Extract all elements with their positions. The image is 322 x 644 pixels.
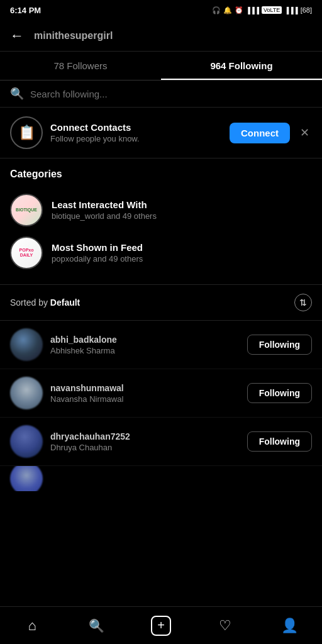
- profile-username: minithesupergirl: [34, 30, 113, 42]
- sort-order-button[interactable]: ⇅: [294, 294, 312, 311]
- user-info: dhryachauhan7252 Dhruya Chauhan: [50, 431, 240, 452]
- following-item: navanshunmawal Navansha Nirmawal Followi…: [0, 369, 322, 418]
- user-display-name: Navansha Nirmawal: [50, 394, 240, 404]
- bell-icon: 🔔: [223, 6, 232, 14]
- categories-section: Categories BIOTIQUE Least Interacted Wit…: [0, 158, 322, 285]
- following-item: abhi_badkalone Abhishek Sharma Following: [0, 321, 322, 369]
- close-connect-button[interactable]: ✕: [297, 123, 312, 142]
- connect-title: Connect Contacts: [50, 122, 222, 133]
- back-button[interactable]: ←: [10, 28, 24, 44]
- nav-profile[interactable]: 👤: [258, 607, 322, 644]
- user-handle: navanshunmawal: [50, 383, 240, 393]
- following-button[interactable]: Following: [247, 335, 312, 355]
- connect-button[interactable]: Connect: [230, 123, 290, 143]
- status-bar: 6:14 PM 🎧 🔔 ⏰ ▐▐▐ VoLTE ▐▐▐ [68]: [0, 0, 322, 20]
- user-handle: dhryachauhan7252: [50, 431, 240, 441]
- following-button[interactable]: Following: [247, 383, 312, 403]
- category-info-most: Most Shown in Feed popxodaily and 49 oth…: [52, 242, 312, 264]
- person-card-icon: 📋: [18, 125, 35, 141]
- heart-icon: ♡: [219, 618, 231, 634]
- sorted-by-bar: Sorted by Default ⇅: [0, 285, 322, 321]
- home-icon: ⌂: [28, 618, 36, 634]
- nav-search[interactable]: 🔍: [64, 607, 128, 644]
- header: ← minithesupergirl: [0, 20, 322, 52]
- category-item-least-interacted[interactable]: BIOTIQUE Least Interacted With biotique_…: [10, 189, 312, 231]
- sort-icon: ⇅: [299, 297, 307, 308]
- user-display-name: Dhruya Chauhan: [50, 443, 240, 452]
- category-desc-least: biotique_world and 49 others: [52, 211, 312, 221]
- signal-icon: ▐▐▐: [246, 7, 259, 14]
- category-name-most: Most Shown in Feed: [52, 242, 312, 253]
- category-info-least: Least Interacted With biotique_world and…: [52, 199, 312, 221]
- connect-subtitle: Follow people you know.: [50, 134, 222, 143]
- following-item-partial: [0, 466, 322, 491]
- avatar: [10, 466, 43, 491]
- connect-contacts-banner: 📋 Connect Contacts Follow people you kno…: [0, 108, 322, 158]
- signal-2-icon: ▐▐▐: [284, 7, 297, 14]
- avatar: [10, 377, 43, 409]
- nav-heart[interactable]: ♡: [193, 607, 257, 644]
- add-icon: +: [151, 616, 171, 636]
- network-icon: VoLTE: [262, 6, 282, 14]
- sorted-label: Sorted by Default: [10, 297, 80, 308]
- nav-add[interactable]: +: [129, 607, 193, 644]
- category-avatar-biotique: BIOTIQUE: [10, 194, 43, 226]
- search-icon: 🔍: [10, 87, 24, 101]
- alarm-icon: ⏰: [235, 6, 243, 14]
- following-list: abhi_badkalone Abhishek Sharma Following…: [0, 321, 322, 491]
- bottom-navigation: ⌂ 🔍 + ♡ 👤: [0, 606, 322, 644]
- avatar: [10, 328, 43, 361]
- tab-followers[interactable]: 78 Followers: [0, 52, 161, 80]
- category-item-most-shown[interactable]: POPxoDAILY Most Shown in Feed popxodaily…: [10, 231, 312, 274]
- tab-following[interactable]: 964 Following: [161, 52, 322, 80]
- status-time: 6:14 PM: [10, 6, 41, 15]
- search-input[interactable]: [30, 89, 312, 99]
- nav-home[interactable]: ⌂: [0, 607, 64, 644]
- user-info: navanshunmawal Navansha Nirmawal: [50, 383, 240, 404]
- tabs-bar: 78 Followers 964 Following: [0, 52, 322, 80]
- user-handle: abhi_badkalone: [50, 335, 240, 345]
- battery-icon: [68]: [301, 6, 312, 14]
- category-name-least: Least Interacted With: [52, 199, 312, 210]
- search-nav-icon: 🔍: [89, 618, 104, 633]
- search-bar: 🔍: [0, 80, 322, 108]
- category-avatar-popxo: POPxoDAILY: [10, 236, 43, 269]
- user-display-name: Abhishek Sharma: [50, 346, 240, 355]
- following-button[interactable]: Following: [247, 431, 312, 452]
- avatar: [10, 425, 43, 458]
- connect-text-area: Connect Contacts Follow people you know.: [50, 122, 222, 143]
- user-info: abhi_badkalone Abhishek Sharma: [50, 335, 240, 355]
- headphones-icon: 🎧: [212, 6, 221, 14]
- profile-icon: 👤: [281, 618, 298, 634]
- status-icons: 🎧 🔔 ⏰ ▐▐▐ VoLTE ▐▐▐ [68]: [212, 6, 312, 14]
- categories-title: Categories: [10, 169, 312, 180]
- following-item: dhryachauhan7252 Dhruya Chauhan Followin…: [0, 418, 322, 466]
- contact-avatar-icon: 📋: [10, 116, 43, 149]
- category-desc-most: popxodaily and 49 others: [52, 254, 312, 264]
